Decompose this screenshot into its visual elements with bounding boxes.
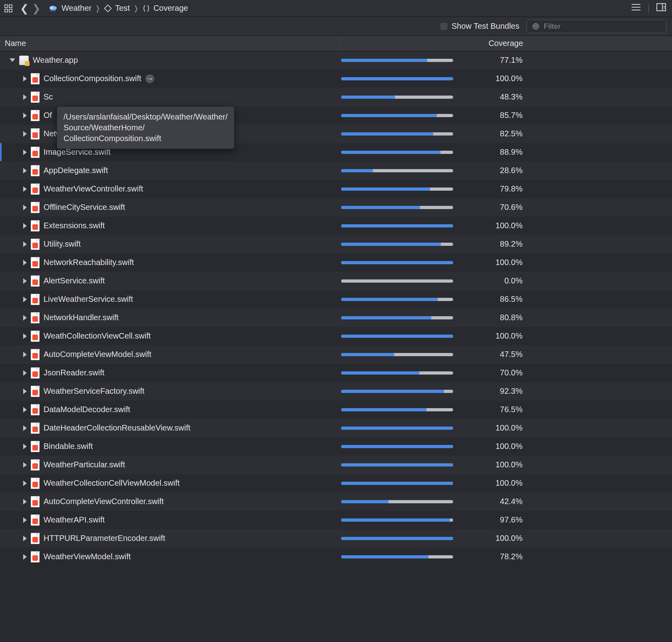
coverage-file-row[interactable]: WeatherCollectionCellViewModel.swift 100… (0, 474, 672, 492)
coverage-file-row[interactable]: Extesnsions.swift 100.0% (0, 217, 672, 235)
disclosure-triangle-icon[interactable] (23, 150, 27, 155)
disclosure-triangle-icon[interactable] (23, 536, 27, 541)
disclosure-triangle-icon[interactable] (23, 462, 27, 468)
row-name: NetworkHandler.swift (44, 313, 119, 322)
coverage-file-row[interactable]: WeathCollectionViewCell.swift 100.0% (0, 327, 672, 345)
row-name: WeathCollectionViewCell.swift (44, 331, 151, 341)
disclosure-triangle-icon[interactable] (23, 444, 27, 449)
coverage-pct: 100.0% (467, 74, 523, 83)
svg-point-5 (50, 6, 54, 9)
svg-rect-3 (9, 9, 12, 12)
nav-back-button[interactable]: ❮ (20, 3, 29, 14)
svg-rect-2 (5, 9, 8, 12)
coverage-file-row[interactable]: AppDelegate.swift 28.6% (0, 161, 672, 180)
column-name[interactable]: Name (0, 36, 340, 51)
coverage-file-row[interactable]: WeatherViewController.swift 79.8% (0, 180, 672, 198)
column-coverage[interactable]: Coverage (340, 36, 672, 51)
row-name: AutoCompleteViewModel.swift (44, 350, 151, 359)
coverage-file-row[interactable]: Bindable.swift 100.0% (0, 437, 672, 456)
row-name: WeatherParticular.swift (44, 460, 125, 469)
breadcrumb-test[interactable]: Test (104, 4, 130, 13)
disclosure-triangle-icon[interactable] (23, 131, 27, 137)
disclosure-triangle-icon[interactable] (23, 168, 27, 173)
breadcrumb-coverage[interactable]: Coverage (142, 4, 188, 13)
coverage-pct: 77.1% (467, 56, 523, 65)
coverage-file-row[interactable]: AlertService.swift 0.0% (0, 272, 672, 290)
disclosure-triangle-icon[interactable] (23, 241, 27, 247)
disclosure-triangle-icon[interactable] (23, 223, 27, 229)
row-name: Weather.app (33, 56, 78, 65)
app-icon (19, 56, 29, 65)
disclosure-triangle-icon[interactable] (23, 278, 27, 284)
disclosure-triangle-icon[interactable] (23, 425, 27, 431)
top-right-controls (631, 3, 666, 14)
coverage-file-row[interactable]: HTTPURLParameterEncoder.swift 100.0% (0, 529, 672, 548)
disclosure-triangle-icon[interactable] (23, 481, 27, 486)
coverage-bar (341, 463, 453, 467)
disclosure-triangle-icon[interactable] (23, 370, 27, 376)
coverage-file-row[interactable]: DataModelDecoder.swift 76.5% (0, 401, 672, 419)
coverage-file-row[interactable]: AutoCompleteViewController.swift 42.4% (0, 492, 672, 511)
filter-input[interactable] (544, 22, 661, 31)
go-to-file-icon[interactable]: → (145, 74, 154, 83)
coverage-file-row[interactable]: LiveWeatherService.swift 86.5% (0, 290, 672, 309)
top-toolbar: ❮ ❯ Weather ❭ Test ❭ (0, 0, 672, 17)
coverage-pct: 86.5% (467, 295, 523, 304)
breadcrumb: Weather ❭ Test ❭ Coverage (48, 3, 188, 14)
disclosure-triangle-icon[interactable] (10, 58, 15, 62)
coverage-pct: 70.6% (467, 203, 523, 212)
disclosure-triangle-icon[interactable] (23, 260, 27, 265)
coverage-bar (341, 77, 453, 80)
row-name: WeatherCollectionCellViewModel.swift (44, 479, 180, 488)
nav-forward-button[interactable]: ❯ (32, 3, 41, 14)
coverage-file-row[interactable]: Sc 48.3% (0, 88, 672, 106)
coverage-file-row[interactable]: NetworkReachability.swift 100.0% (0, 253, 672, 272)
coverage-root-row[interactable]: Weather.app 77.1% (0, 51, 672, 70)
coverage-file-row[interactable]: WeatherServiceFactory.swift 92.3% (0, 382, 672, 401)
disclosure-triangle-icon[interactable] (23, 113, 27, 118)
disclosure-triangle-icon[interactable] (23, 407, 27, 413)
breadcrumb-test-label: Test (115, 4, 130, 13)
list-view-icon[interactable] (631, 3, 641, 14)
show-test-bundles-toggle[interactable]: Show Test Bundles (440, 22, 519, 31)
row-name: Sc (44, 92, 53, 102)
coverage-file-row[interactable]: OfflineCityService.swift 70.6% (0, 198, 672, 217)
disclosure-triangle-icon[interactable] (23, 297, 27, 302)
disclosure-triangle-icon[interactable] (23, 333, 27, 339)
disclosure-triangle-icon[interactable] (23, 352, 27, 357)
disclosure-triangle-icon[interactable] (23, 517, 27, 523)
disclosure-triangle-icon[interactable] (23, 94, 27, 100)
coverage-file-row[interactable]: WeatherViewModel.swift 78.2% (0, 548, 672, 566)
related-items-icon[interactable] (4, 4, 13, 13)
disclosure-triangle-icon[interactable] (23, 186, 27, 192)
disclosure-triangle-icon[interactable] (23, 554, 27, 560)
xcode-coverage-window: ❮ ❯ Weather ❭ Test ❭ (0, 0, 672, 642)
coverage-pct: 97.6% (467, 515, 523, 524)
svg-rect-13 (657, 4, 666, 11)
coverage-file-row[interactable]: WeatherParticular.swift 100.0% (0, 456, 672, 474)
breadcrumb-project[interactable]: Weather (48, 3, 91, 14)
coverage-file-row[interactable]: JsonReader.swift 70.0% (0, 364, 672, 382)
coverage-file-row[interactable]: Utility.swift 89.2% (0, 235, 672, 253)
coverage-file-row[interactable]: CollectionComposition.swift → 100.0% (0, 70, 672, 88)
row-name: Of (44, 111, 52, 120)
row-name: Extesnsions.swift (44, 221, 105, 230)
swift-file-icon (31, 202, 40, 213)
disclosure-triangle-icon[interactable] (23, 389, 27, 394)
disclosure-triangle-icon[interactable] (23, 499, 27, 504)
weather-app-icon (48, 3, 58, 14)
svg-rect-6 (51, 10, 52, 12)
disclosure-triangle-icon[interactable] (23, 315, 27, 321)
disclosure-triangle-icon[interactable] (23, 76, 27, 82)
coverage-file-row[interactable]: AutoCompleteViewModel.swift 47.5% (0, 345, 672, 364)
toggle-sidebar-icon[interactable] (656, 3, 666, 14)
breadcrumb-project-label: Weather (62, 4, 91, 13)
coverage-pct: 85.7% (467, 111, 523, 120)
disclosure-triangle-icon[interactable] (23, 205, 27, 210)
coverage-file-row[interactable]: WeatherAPI.swift 97.6% (0, 511, 672, 529)
filter-field[interactable] (527, 20, 666, 33)
coverage-file-row[interactable]: DateHeaderCollectionReusableView.swift 1… (0, 419, 672, 437)
coverage-file-row[interactable]: NetworkHandler.swift 80.8% (0, 309, 672, 327)
coverage-pct: 100.0% (467, 423, 523, 433)
swift-file-icon (31, 275, 40, 287)
